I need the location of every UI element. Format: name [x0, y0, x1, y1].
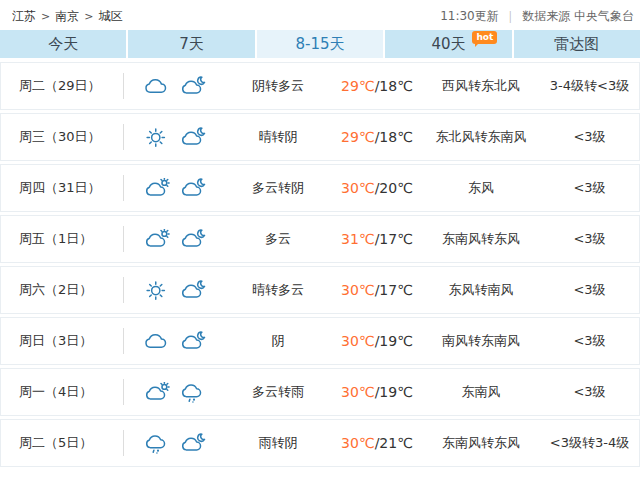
cloud-sun-icon [143, 178, 170, 199]
hot-badge: hot [472, 31, 497, 44]
weather-text: 阴 [224, 332, 332, 350]
forecast-row: 周日（3日）阴30℃/19℃南风转东南风<3级 [0, 317, 640, 365]
day-label: 周五（1日） [1, 230, 123, 248]
tab-3[interactable]: 8-15天 [257, 30, 383, 58]
forecast-row: 周五（1日）多云31℃/17℃东南风转东风<3级 [0, 215, 640, 263]
temperature: 30℃/19℃ [332, 384, 422, 400]
forecast-row: 周四（31日）多云转阴30℃/20℃东风<3级 [0, 164, 640, 212]
weather-text: 晴转阴 [224, 128, 332, 146]
weather-forecast-page: 江苏>南京>城区 11:30更新 ｜ 数据来源 中央气象台 今天7天8-15天4… [0, 0, 640, 467]
data-source: 数据来源 中央气象台 [522, 9, 634, 23]
temp-low: /17℃ [375, 282, 413, 298]
cloud-icon [143, 76, 170, 97]
forecast-row: 周六（2日）晴转多云30℃/17℃东风转南风<3级 [0, 266, 640, 314]
tab-bar: 今天7天8-15天40天hot雷达图 [0, 30, 640, 58]
sun-icon [143, 127, 170, 148]
temperature: 30℃/20℃ [332, 180, 422, 196]
temp-high: 30℃ [341, 282, 375, 298]
update-time: 11:30更新 [440, 9, 499, 23]
cloud-sun-icon [143, 229, 170, 250]
forecast-row: 周二（29日）阴转多云29℃/18℃西风转东北风3-4级转<3级 [0, 62, 640, 110]
breadcrumb-item-3[interactable]: 城区 [98, 9, 122, 23]
cloud-moon-icon [179, 433, 206, 454]
day-label: 周六（2日） [1, 281, 123, 299]
breadcrumb-separator: > [84, 10, 93, 23]
day-label: 周一（4日） [1, 383, 123, 401]
temp-low: /20℃ [375, 180, 413, 196]
weather-text: 多云转阴 [224, 179, 332, 197]
weather-text: 多云 [224, 230, 332, 248]
breadcrumb-separator: > [41, 10, 50, 23]
cloud-sun-icon [143, 382, 170, 403]
tab-1[interactable]: 今天 [0, 30, 126, 58]
tab-label: 8-15天 [295, 35, 344, 53]
wind-power: <3级 [540, 332, 639, 350]
wind-power: <3级 [540, 179, 639, 197]
sun-icon [143, 280, 170, 301]
weather-icons [124, 127, 224, 148]
tab-label: 40天 [431, 35, 465, 53]
tab-label: 雷达图 [554, 35, 599, 53]
temp-low: /18℃ [375, 129, 413, 145]
temp-low: /19℃ [375, 384, 413, 400]
temperature: 29℃/18℃ [332, 129, 422, 145]
weather-icons [124, 433, 224, 454]
wind-direction: 南风转东南风 [422, 332, 540, 350]
wind-direction: 西风转东北风 [422, 77, 540, 95]
wind-power: 3-4级转<3级 [540, 77, 639, 95]
update-separator: ｜ [505, 9, 517, 23]
top-bar: 江苏>南京>城区 11:30更新 ｜ 数据来源 中央气象台 [0, 0, 640, 30]
temp-high: 30℃ [341, 384, 375, 400]
day-label: 周二（5日） [1, 434, 123, 452]
tab-4[interactable]: 40天hot [385, 30, 511, 58]
temp-high: 29℃ [341, 129, 375, 145]
wind-direction: 东北风转东南风 [422, 128, 540, 146]
cloud-moon-icon [179, 280, 206, 301]
temperature: 30℃/17℃ [332, 282, 422, 298]
forecast-row: 周一（4日）多云转雨30℃/19℃东南风<3级 [0, 368, 640, 416]
weather-icons [124, 229, 224, 250]
breadcrumb-item-2[interactable]: 南京 [55, 9, 79, 23]
cloud-rain-icon [143, 433, 170, 454]
breadcrumb-item-1[interactable]: 江苏 [12, 9, 36, 23]
cloud-rain-icon [179, 382, 206, 403]
temp-high: 30℃ [341, 180, 375, 196]
weather-icons [124, 331, 224, 352]
weather-icons [124, 76, 224, 97]
temperature: 30℃/21℃ [332, 435, 422, 451]
cloud-icon [143, 331, 170, 352]
temp-high: 30℃ [341, 435, 375, 451]
weather-icons [124, 382, 224, 403]
tab-5[interactable]: 雷达图 [514, 30, 640, 58]
cloud-moon-icon [179, 127, 206, 148]
temperature: 30℃/19℃ [332, 333, 422, 349]
wind-direction: 东风 [422, 179, 540, 197]
wind-power: <3级 [540, 230, 639, 248]
wind-power: <3级 [540, 281, 639, 299]
temp-high: 30℃ [341, 333, 375, 349]
update-info: 11:30更新 ｜ 数据来源 中央气象台 [440, 8, 634, 25]
temperature: 31℃/17℃ [332, 231, 422, 247]
forecast-row: 周二（5日）雨转阴30℃/21℃东南风转东风<3级转3-4级 [0, 419, 640, 467]
temp-low: /17℃ [375, 231, 413, 247]
temp-high: 29℃ [341, 78, 375, 94]
wind-power: <3级转3-4级 [540, 434, 639, 452]
day-label: 周二（29日） [1, 77, 123, 95]
tab-2[interactable]: 7天 [128, 30, 254, 58]
weather-text: 雨转阴 [224, 434, 332, 452]
weather-text: 多云转雨 [224, 383, 332, 401]
wind-direction: 东南风转东风 [422, 434, 540, 452]
cloud-moon-icon [179, 229, 206, 250]
day-label: 周日（3日） [1, 332, 123, 350]
cloud-moon-icon [179, 76, 206, 97]
cloud-moon-icon [179, 178, 206, 199]
temp-low: /21℃ [375, 435, 413, 451]
breadcrumb: 江苏>南京>城区 [12, 8, 122, 25]
tab-label: 今天 [48, 35, 78, 53]
wind-power: <3级 [540, 128, 639, 146]
temp-low: /19℃ [375, 333, 413, 349]
cloud-moon-icon [179, 331, 206, 352]
temp-low: /18℃ [375, 78, 413, 94]
wind-power: <3级 [540, 383, 639, 401]
weather-icons [124, 178, 224, 199]
